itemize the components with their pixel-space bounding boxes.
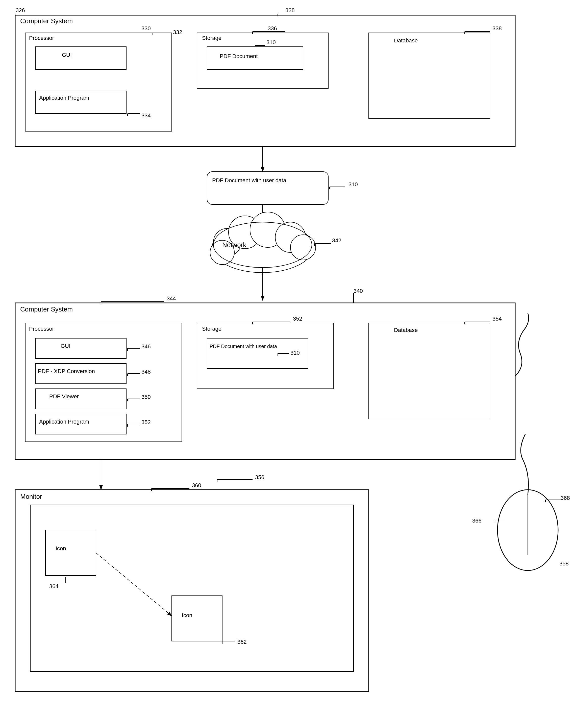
app-program-2-label: Application Program	[39, 418, 89, 425]
connector-lines	[0, 0, 573, 728]
ref-348: 348	[142, 369, 151, 375]
svg-rect-3	[15, 15, 515, 147]
pdf-doc-user-data-2-label: PDF Document with user data	[210, 343, 277, 350]
ref-352-a: 352	[142, 419, 151, 426]
ref-330: 330	[142, 25, 151, 32]
ref-362: 362	[238, 639, 247, 645]
svg-rect-69	[15, 490, 369, 692]
svg-rect-73	[45, 530, 96, 575]
svg-point-32	[250, 212, 285, 247]
ref-354: 354	[492, 316, 502, 322]
ref-334: 334	[142, 112, 151, 119]
svg-rect-51	[35, 389, 126, 409]
app-program-1-label: Application Program	[39, 95, 89, 101]
svg-point-34	[291, 235, 316, 260]
svg-rect-45	[35, 338, 126, 358]
database-1-label: Database	[394, 37, 418, 44]
gui-2-label: GUI	[61, 343, 70, 349]
pdf-doc-user-data-1-label: PDF Document with user data	[212, 177, 286, 184]
svg-line-75	[96, 553, 172, 616]
icon-2-label: Icon	[182, 612, 193, 619]
storage-1-label: Storage	[202, 35, 221, 41]
svg-rect-21	[369, 33, 490, 119]
ref-368: 368	[561, 495, 570, 501]
monitor-label: Monitor	[20, 493, 42, 501]
svg-rect-63	[369, 323, 490, 419]
svg-point-33	[275, 222, 306, 253]
ref-338: 338	[492, 25, 502, 32]
ref-310-a: 310	[266, 39, 276, 46]
computer-system-2-label: Computer System	[20, 305, 73, 313]
ref-346: 346	[142, 343, 151, 350]
svg-rect-72	[30, 505, 354, 671]
network-label: Network	[222, 241, 246, 249]
ref-310-c: 310	[291, 350, 300, 356]
svg-point-79	[498, 490, 558, 570]
ref-352-b: 352	[293, 316, 302, 322]
ref-328: 328	[285, 7, 295, 14]
processor-2-label: Processor	[29, 326, 54, 332]
diagram-container: 326 328 Computer System 330 Processor 33…	[0, 0, 573, 728]
ref-344: 344	[167, 295, 176, 302]
ref-310-b: 310	[349, 181, 358, 188]
ref-358: 358	[559, 560, 569, 567]
ref-332: 332	[173, 29, 182, 36]
gui-1-label: GUI	[62, 52, 72, 58]
svg-rect-9	[35, 47, 126, 69]
ref-326: 326	[16, 7, 25, 14]
database-2-label: Database	[394, 327, 418, 333]
svg-rect-74	[172, 596, 222, 641]
ref-356: 356	[255, 474, 264, 481]
svg-rect-41	[15, 303, 515, 459]
pdf-viewer-label: PDF Viewer	[49, 393, 79, 400]
icon-1-label: Icon	[56, 545, 66, 552]
svg-rect-10	[35, 91, 126, 114]
ref-340: 340	[354, 288, 363, 294]
computer-system-1-label: Computer System	[20, 17, 73, 25]
pdf-xdp-label: PDF - XDP Conversion	[38, 368, 95, 375]
svg-rect-57	[197, 323, 333, 389]
ref-350: 350	[142, 394, 151, 400]
ref-360: 360	[192, 482, 201, 489]
processor-1-label: Processor	[29, 35, 54, 41]
ref-366: 366	[472, 517, 482, 524]
ref-364: 364	[49, 583, 59, 590]
storage-2-label: Storage	[202, 326, 221, 332]
pdf-document-label: PDF Document	[220, 53, 258, 60]
ref-342: 342	[332, 237, 342, 244]
ref-336: 336	[268, 25, 277, 32]
